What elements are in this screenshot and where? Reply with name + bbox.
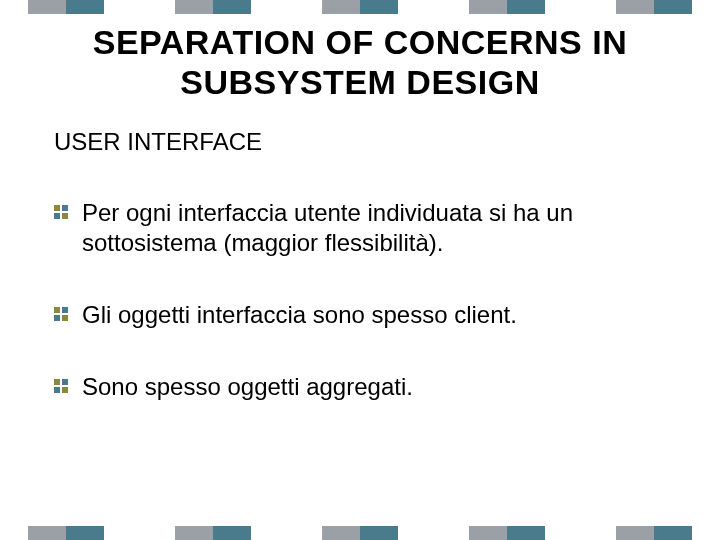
list-item: Sono spesso oggetti aggregati.	[54, 372, 676, 402]
border-segment	[322, 526, 398, 540]
border-segment	[175, 526, 251, 540]
list-item-text: Per ogni interfaccia utente individuata …	[82, 199, 573, 256]
quad-bullet-icon	[54, 307, 68, 321]
svg-rect-8	[54, 379, 60, 385]
border-segment	[616, 526, 692, 540]
svg-rect-6	[54, 315, 60, 321]
list-item-text: Sono spesso oggetti aggregati.	[82, 373, 413, 400]
bullet-list: Per ogni interfaccia utente individuata …	[54, 198, 676, 402]
border-segment	[28, 526, 104, 540]
quad-bullet-icon	[54, 379, 68, 393]
svg-rect-0	[54, 205, 60, 211]
list-item: Per ogni interfaccia utente individuata …	[54, 198, 676, 258]
bottom-decorative-border	[0, 526, 720, 540]
list-item: Gli oggetti interfaccia sono spesso clie…	[54, 300, 676, 330]
border-segment	[322, 0, 398, 14]
svg-rect-9	[62, 379, 68, 385]
list-item-text: Gli oggetti interfaccia sono spesso clie…	[82, 301, 517, 328]
svg-rect-7	[62, 315, 68, 321]
slide-title: SEPARATION OF CONCERNS IN SUBSYSTEM DESI…	[44, 22, 676, 102]
slide-content: SEPARATION OF CONCERNS IN SUBSYSTEM DESI…	[0, 22, 720, 444]
svg-rect-4	[54, 307, 60, 313]
svg-rect-10	[54, 387, 60, 393]
svg-rect-2	[54, 213, 60, 219]
border-segment	[175, 0, 251, 14]
border-segment	[469, 0, 545, 14]
svg-rect-1	[62, 205, 68, 211]
top-decorative-border	[0, 0, 720, 14]
border-segment	[28, 0, 104, 14]
slide-subtitle: USER INTERFACE	[54, 128, 676, 156]
svg-rect-11	[62, 387, 68, 393]
svg-rect-3	[62, 213, 68, 219]
border-segment	[616, 0, 692, 14]
quad-bullet-icon	[54, 205, 68, 219]
border-segment	[469, 526, 545, 540]
svg-rect-5	[62, 307, 68, 313]
